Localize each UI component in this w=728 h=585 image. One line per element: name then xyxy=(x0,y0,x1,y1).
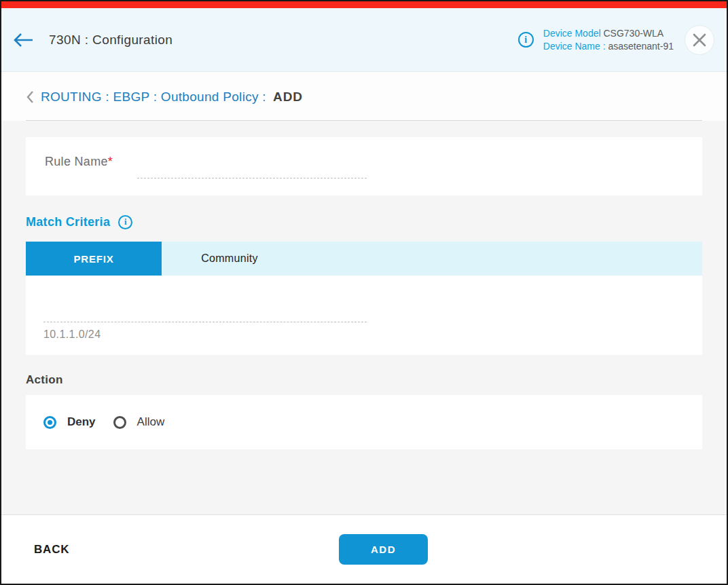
rule-name-label: Rule Name* xyxy=(45,155,113,169)
breadcrumb: ROUTING : EBGP : Outbound Policy : ADD xyxy=(26,90,303,105)
match-criteria-heading: Match Criteria xyxy=(26,214,702,229)
tab-community[interactable]: Community xyxy=(162,242,297,276)
rule-name-input[interactable] xyxy=(137,178,367,178)
action-card: Deny Allow xyxy=(26,395,702,449)
chevron-left-icon[interactable] xyxy=(26,90,34,104)
top-red-strip xyxy=(1,1,727,8)
breadcrumb-path[interactable]: ROUTING : EBGP : Outbound Policy : xyxy=(41,90,266,105)
radio-allow-label: Allow xyxy=(137,415,165,429)
back-arrow-icon[interactable] xyxy=(12,32,35,48)
add-button[interactable]: ADD xyxy=(339,534,428,565)
prefix-hint-text: 10.1.1.0/24 xyxy=(43,328,101,341)
device-info-icon xyxy=(518,32,534,48)
back-button[interactable]: BACK xyxy=(34,515,69,584)
match-criteria-label: Match Criteria xyxy=(26,215,110,229)
device-name-value: asasetenant-91 xyxy=(608,41,674,52)
radio-deny-label: Deny xyxy=(67,415,96,429)
header-right-group: Device Model CSG730-WLA Device Name : as… xyxy=(518,25,714,55)
close-icon xyxy=(692,33,707,48)
match-criteria-info-icon[interactable] xyxy=(118,215,132,229)
footer: BACK ADD xyxy=(1,514,727,584)
radio-selected-icon[interactable] xyxy=(43,416,56,429)
page-title: 730N : Configuration xyxy=(49,33,172,48)
action-label: Action xyxy=(26,373,702,387)
prefix-panel: 10.1.1.0/24 xyxy=(26,276,702,355)
configuration-window: 730N : Configuration Device Model CSG730… xyxy=(0,0,728,585)
tab-prefix[interactable]: PREFIX xyxy=(26,242,162,276)
radio-option-deny[interactable]: Deny xyxy=(43,415,96,429)
rule-name-card: Rule Name* xyxy=(26,137,702,195)
header: 730N : Configuration Device Model CSG730… xyxy=(1,8,727,72)
radio-unselected-icon[interactable] xyxy=(113,416,126,429)
breadcrumb-row: ROUTING : EBGP : Outbound Policy : ADD xyxy=(1,72,727,121)
breadcrumb-current: ADD xyxy=(273,90,303,105)
device-name-label: Device Name : xyxy=(543,41,606,52)
rule-name-label-text: Rule Name xyxy=(45,155,108,168)
close-button[interactable] xyxy=(685,25,714,55)
device-model-value: CSG730-WLA xyxy=(603,28,663,39)
radio-option-allow[interactable]: Allow xyxy=(113,415,165,429)
prefix-input[interactable] xyxy=(43,322,367,322)
form-content: Rule Name* Match Criteria PREFIX Communi… xyxy=(1,121,727,514)
breadcrumb-divider xyxy=(26,120,702,121)
device-model-label: Device Model xyxy=(543,28,601,39)
required-asterisk: * xyxy=(108,155,113,168)
match-criteria-tabs: PREFIX Community xyxy=(26,242,702,276)
device-info: Device Model CSG730-WLA Device Name : as… xyxy=(543,27,674,53)
